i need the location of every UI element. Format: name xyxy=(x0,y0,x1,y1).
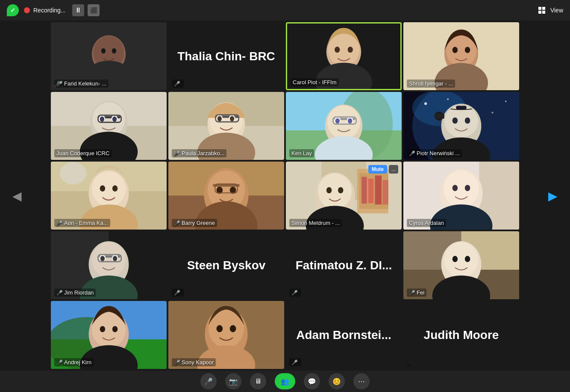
participant-name-andrej: 🎤Andrej Kirn xyxy=(54,358,94,366)
mute-overlay-simon: Mute ... xyxy=(368,165,398,174)
participant-name-paula: 🎤Paula Jarzabko... xyxy=(172,149,226,157)
nav-arrow-right[interactable]: ▶ xyxy=(544,183,561,209)
svg-point-123 xyxy=(465,256,470,262)
svg-point-70 xyxy=(60,162,87,184)
participant-name-carol: Carol Piot - IFFIm xyxy=(291,78,339,86)
recording-dot xyxy=(24,7,30,13)
mic-button[interactable]: 🎤 xyxy=(200,373,217,389)
svg-point-139 xyxy=(230,325,236,333)
participant-name-shruti: Shruti Iyengar - ... xyxy=(407,80,455,88)
participant-name-fei: 🎤Fei xyxy=(407,289,426,297)
svg-rect-89 xyxy=(361,177,367,204)
tile-fatimatou[interactable]: Fatimatou Z. DI... 🎤 xyxy=(286,231,402,299)
svg-point-4 xyxy=(101,48,106,54)
tile-simon[interactable]: Mute ... Simon Meldrum - ... xyxy=(286,162,402,230)
tile-juan[interactable]: Juan Coderque ICRC xyxy=(51,92,167,160)
svg-point-95 xyxy=(326,187,332,194)
shield-icon xyxy=(7,4,19,16)
svg-point-102 xyxy=(444,170,479,208)
nav-arrow-left[interactable]: ◀ xyxy=(9,183,26,209)
svg-rect-66 xyxy=(435,113,444,119)
video-button[interactable]: 📷 xyxy=(225,373,241,389)
participant-text-judith: Judith Moore xyxy=(409,328,514,342)
participant-text-fatimatou: Fatimatou Z. DI... xyxy=(292,259,396,272)
view-label[interactable]: View xyxy=(550,7,563,14)
svg-point-37 xyxy=(217,116,222,122)
svg-point-17 xyxy=(465,47,470,53)
reactions-button[interactable]: 😊 xyxy=(329,373,345,389)
participant-name-ken: Ken Lay xyxy=(289,149,314,157)
svg-point-103 xyxy=(452,185,458,191)
svg-rect-90 xyxy=(368,179,374,203)
participant-name-steen: 🎤 xyxy=(172,289,184,297)
participant-name-barry: 🎤Barry Greene xyxy=(172,219,217,227)
participant-name-cyrus: Cyrus Ardalan xyxy=(407,219,446,227)
tile-steen[interactable]: Steen Byskov 🎤 xyxy=(168,231,284,299)
tile-shruti[interactable]: Shruti Iyengar - ... xyxy=(403,22,519,90)
svg-point-61 xyxy=(444,106,478,138)
participant-name-farid: 🎤Farid Kelekun- ... xyxy=(54,80,109,88)
participant-name-thalia: 🎤 xyxy=(172,80,184,88)
svg-point-96 xyxy=(338,187,344,194)
topbar-right: View xyxy=(538,7,563,14)
tile-jim[interactable]: 🎤Jim Riordan xyxy=(51,231,167,299)
tile-adam[interactable]: Adam Bornstei... 🎤 xyxy=(286,301,402,369)
mute-button-simon[interactable]: Mute xyxy=(368,165,387,174)
svg-point-38 xyxy=(230,116,234,122)
share-button[interactable]: 🖥 xyxy=(250,373,266,389)
svg-point-94 xyxy=(318,173,352,209)
participant-name-fatimatou: 🎤 xyxy=(289,289,301,297)
participant-name-simon: Simon Meldrum - ... xyxy=(289,219,342,227)
svg-rect-64 xyxy=(456,106,467,109)
svg-point-26 xyxy=(100,117,104,122)
svg-point-63 xyxy=(465,118,470,124)
tile-sony[interactable]: 🎤Sony Kapoor xyxy=(168,301,284,369)
chat-button[interactable]: 💬 xyxy=(304,373,320,389)
participants-button[interactable]: 👥 xyxy=(275,373,295,389)
svg-point-73 xyxy=(100,186,106,192)
svg-point-114 xyxy=(113,256,117,262)
more-options-button[interactable]: ⋯ xyxy=(353,373,370,389)
tile-barry[interactable]: 🎤Barry Greene xyxy=(168,162,284,230)
tile-farid[interactable]: 🎤 🎤Farid Kelekun- ... xyxy=(51,22,167,90)
participant-text-steen: Steen Byskov xyxy=(174,259,279,272)
tile-emma[interactable]: 🎤Aon - Emma Ka... xyxy=(51,162,167,230)
tile-carol[interactable]: Carol Piot - IFFIm xyxy=(286,22,402,90)
tile-judith[interactable]: Judith Moore xyxy=(403,301,519,369)
svg-point-58 xyxy=(491,112,493,113)
video-grid: 🎤 🎤Farid Kelekun- ... Thalia Chin- BRC 🎤… xyxy=(49,21,521,371)
svg-point-45 xyxy=(327,106,360,139)
bottombar: 🎤 📷 🖥 👥 💬 😊 ⋯ xyxy=(0,371,570,392)
svg-point-5 xyxy=(112,48,116,54)
svg-rect-92 xyxy=(382,180,388,204)
svg-point-57 xyxy=(447,98,449,100)
svg-point-27 xyxy=(112,117,117,122)
svg-point-131 xyxy=(100,326,106,333)
tile-fei[interactable]: 🎤Fei xyxy=(403,231,519,299)
participant-name-juan: Juan Coderque ICRC xyxy=(54,149,112,157)
participant-name-piotr: 🎤Piotr Nerwiński ... xyxy=(407,149,462,157)
svg-point-49 xyxy=(335,118,340,124)
tile-thalia[interactable]: Thalia Chin- BRC 🎤 xyxy=(168,22,284,90)
pause-button[interactable]: ⏸ xyxy=(72,4,84,16)
participant-text-thalia: Thalia Chin- BRC xyxy=(174,50,279,63)
svg-point-74 xyxy=(112,186,118,192)
svg-point-22 xyxy=(92,102,125,136)
svg-point-122 xyxy=(452,256,458,262)
tile-ken[interactable]: Ken Lay xyxy=(286,92,402,160)
tile-piotr[interactable]: 🎤Piotr Nerwiński ... xyxy=(403,92,519,160)
topbar: Recording... ⏸ ⬛ View xyxy=(0,0,570,21)
tile-cyrus[interactable]: Cyrus Ardalan xyxy=(403,162,519,230)
tile-andrej[interactable]: 🎤Andrej Kirn xyxy=(51,301,167,369)
participant-name-adam: 🎤 xyxy=(289,358,301,366)
tile-paula[interactable]: 🎤Paula Jarzabko... xyxy=(168,92,284,160)
svg-point-62 xyxy=(452,118,458,124)
stop-button[interactable]: ⬛ xyxy=(88,4,100,16)
svg-point-113 xyxy=(100,256,105,262)
grid-icon xyxy=(538,7,545,14)
more-button-simon[interactable]: ... xyxy=(389,165,398,174)
svg-point-9 xyxy=(335,47,340,53)
svg-point-16 xyxy=(452,47,458,53)
svg-point-59 xyxy=(505,101,506,102)
svg-point-10 xyxy=(348,47,353,53)
